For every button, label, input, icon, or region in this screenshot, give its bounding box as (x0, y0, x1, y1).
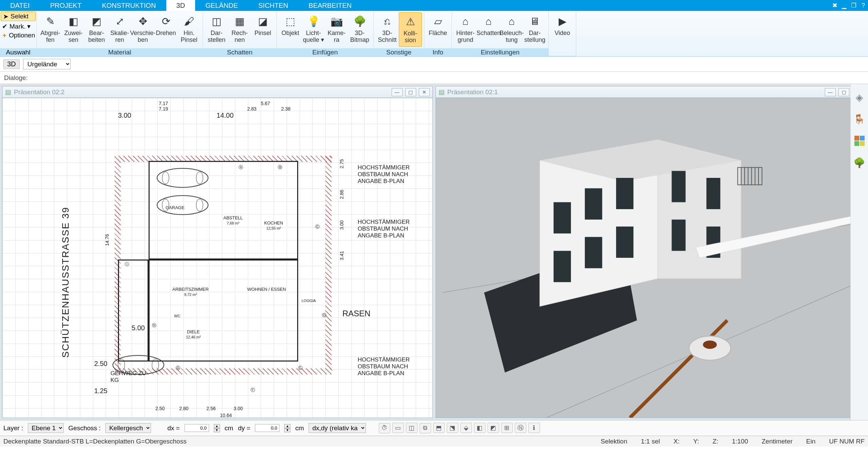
bottom-tool-8[interactable]: ◩ (488, 423, 499, 433)
menu-tab-datei[interactable]: DATEI (0, 0, 40, 11)
layer-select[interactable]: Ebene 1 (28, 423, 64, 433)
ribbon-skalieren-button[interactable]: ⤢Skalie- ren (108, 12, 131, 46)
bottom-tool-1[interactable]: ▭ (392, 423, 404, 433)
abgreifen-icon: ✎ (43, 14, 58, 29)
ribbon-group-label: Info (424, 48, 452, 56)
svg-rect-16 (554, 251, 571, 282)
app-tool-icon[interactable]: ✖ (830, 0, 839, 11)
svg-point-2 (196, 172, 203, 184)
ribbon-objekt-button[interactable]: ⬚Objekt (279, 12, 302, 46)
ribbon-kamera-button[interactable]: 📷Kame- ra (325, 12, 348, 46)
ribbon-rechnen-button[interactable]: ▦Rech- nen (228, 12, 251, 46)
menu-tab-projekt[interactable]: PROJEKT (40, 0, 91, 11)
app-help-icon[interactable]: ? (858, 0, 868, 11)
app-restore-icon[interactable]: ❐ (849, 0, 858, 11)
app-minimize-icon[interactable]: ▁ (839, 0, 849, 11)
pane-minimize-icon[interactable]: — (392, 88, 403, 96)
drehen-label: Drehen (156, 30, 176, 45)
pane-2d-body[interactable]: GARAGE ABSTELL7,68 m² KOCHEN12,55 m² WOH… (2, 98, 432, 418)
workspace: ▤ Präsentation 02:2 — ▢ ✕ GARAGE ABSTELL… (0, 84, 868, 420)
ribbon-darstellen-button[interactable]: ◫Dar- stellen (205, 12, 228, 46)
svg-rect-19 (616, 178, 633, 209)
mark-mode-button[interactable]: ✔ Mark. ▾ (0, 22, 36, 31)
svg-point-1 (162, 172, 169, 184)
room-wc: WC (174, 314, 180, 318)
pane-3d-body[interactable] (436, 98, 866, 418)
hintergrund-label: Hinter- grund (456, 30, 475, 45)
dx-input[interactable] (185, 424, 209, 432)
ribbon-abgreifen-button[interactable]: ✎Abgrei- fen (39, 12, 62, 46)
svg-point-7 (118, 359, 125, 371)
furniture-icon[interactable]: 🪑 (853, 113, 866, 125)
pane-3d-titlebar[interactable]: ▤ Präsentation 02:1 — ▢ ✕ (436, 86, 866, 98)
ribbon-group-label: Schatten (203, 48, 276, 56)
dim-b2: 2.80 (179, 406, 188, 411)
street-label: SCHÜTZENHAUSSTRASSE 39 (60, 207, 71, 358)
bottom-tool-11[interactable]: ℹ (528, 423, 540, 433)
menu-tab-sichten[interactable]: SICHTEN (248, 0, 299, 11)
menu-tab-konstruktion[interactable]: KONSTRUKTION (92, 0, 166, 11)
pane-maximize-icon[interactable]: ▢ (405, 88, 416, 96)
terrain-select[interactable]: Urgelände (23, 59, 71, 69)
status-unit: Zentimeter (762, 438, 793, 445)
pane-maximize-icon[interactable]: ▢ (838, 88, 849, 96)
bottom-tool-10[interactable]: Ⓝ (515, 423, 526, 433)
ribbon-verschieben-button[interactable]: ✥Verschie- ben (131, 12, 154, 46)
bottom-tool-4[interactable]: ⬒ (433, 423, 445, 433)
bottom-tool-2[interactable]: ◫ (406, 423, 418, 433)
ribbon-video-button[interactable]: ▶Video (551, 12, 574, 46)
hinpinsel-icon: 🖌 (182, 14, 197, 29)
layers-icon[interactable]: ◈ (853, 91, 866, 104)
note-tree-3: HOCHSTÄMMIGER OBSTBAUM NACH ANGABE B-PLA… (358, 356, 410, 377)
svg-rect-23 (706, 178, 720, 209)
pane-2d-titlebar[interactable]: ▤ Präsentation 02:2 — ▢ ✕ (2, 86, 432, 98)
ribbon-3dschnitt-button[interactable]: ⎌3D- Schnitt (376, 12, 399, 46)
dx-stepper[interactable]: ▲▼ (214, 424, 220, 432)
dy-input[interactable] (255, 424, 279, 432)
objekt-icon: ⬚ (283, 14, 298, 29)
ribbon-bearbeiten-button[interactable]: ◩Bear- beiten (85, 12, 108, 46)
view-mode-badge: 3D (3, 59, 20, 69)
pane-minimize-icon[interactable]: — (825, 88, 836, 96)
skalieren-icon: ⤢ (112, 14, 127, 29)
pane-3d: ▤ Präsentation 02:1 — ▢ ✕ (436, 86, 866, 418)
menu-tab-gelaende[interactable]: GELÄNDE (195, 0, 248, 11)
dy-stepper[interactable]: ▲▼ (284, 424, 290, 432)
ribbon-darstellung-button[interactable]: 🖥Dar- stellung (523, 12, 546, 46)
ribbon-pinsel-button[interactable]: ◪Pinsel (251, 12, 274, 46)
darstellen-label: Dar- stellen (208, 30, 225, 45)
ribbon-flaeche-button[interactable]: ▱Fläche (426, 12, 449, 46)
ribbon-zuweisen-button[interactable]: ◧Zuwei- sen (62, 12, 85, 46)
dim-b5: 10.64 (220, 413, 232, 418)
bottom-tool-5[interactable]: ⬔ (447, 423, 458, 433)
bottom-tool-6[interactable]: ⬙ (460, 423, 472, 433)
ribbon-3dbitmap-button[interactable]: 🌳3D- Bitmap (348, 12, 371, 46)
menu-tab-bearbeiten[interactable]: BEARBEITEN (299, 0, 362, 11)
svg-rect-37 (860, 136, 865, 140)
pinsel-label: Pinsel (254, 30, 271, 45)
dim-t3: 5.67 (261, 101, 270, 106)
dim-b3: 2.56 (206, 406, 216, 411)
geschoss-label: Geschoss : (68, 424, 101, 432)
bottom-tool-7[interactable]: ◧ (474, 423, 486, 433)
ribbon-drehen-button[interactable]: ⟳Drehen (154, 12, 177, 46)
menu-tab-3d[interactable]: 3D (166, 0, 195, 11)
geschoss-select[interactable]: Kellergesch (105, 423, 151, 433)
ribbon-lichtquelle-button[interactable]: 💡Licht- quelle ▾ (302, 12, 325, 46)
bottom-tool-9[interactable]: ⊞ (501, 423, 513, 433)
ribbon-hintergrund-button[interactable]: ⌂Hinter- grund (454, 12, 477, 46)
ribbon-kollision-button[interactable]: ⚠Kolli- sion (399, 12, 422, 47)
ribbon-schatten2-button[interactable]: ⌂Schatten (477, 12, 500, 46)
ribbon-hinpinsel-button[interactable]: 🖌Hin. Pinsel (177, 12, 201, 46)
dim-h1: 14.76 (104, 234, 110, 246)
ribbon-beleuchtung-button[interactable]: ⌂Beleuch- tung (500, 12, 523, 46)
palette-icon[interactable] (853, 134, 866, 147)
select-mode-button[interactable]: ➤ Selekt (1, 12, 36, 21)
coord-mode-select[interactable]: dx,dy (relativ ka (309, 423, 366, 433)
options-button[interactable]: + Optionen (0, 31, 36, 40)
bottom-tool-3[interactable]: ⧉ (420, 423, 431, 433)
mark-label: Mark. (10, 23, 26, 30)
tree-icon[interactable]: 🌳 (853, 156, 866, 169)
bottom-tool-0[interactable]: ⏱ (379, 423, 390, 433)
pane-close-icon[interactable]: ✕ (419, 88, 430, 96)
